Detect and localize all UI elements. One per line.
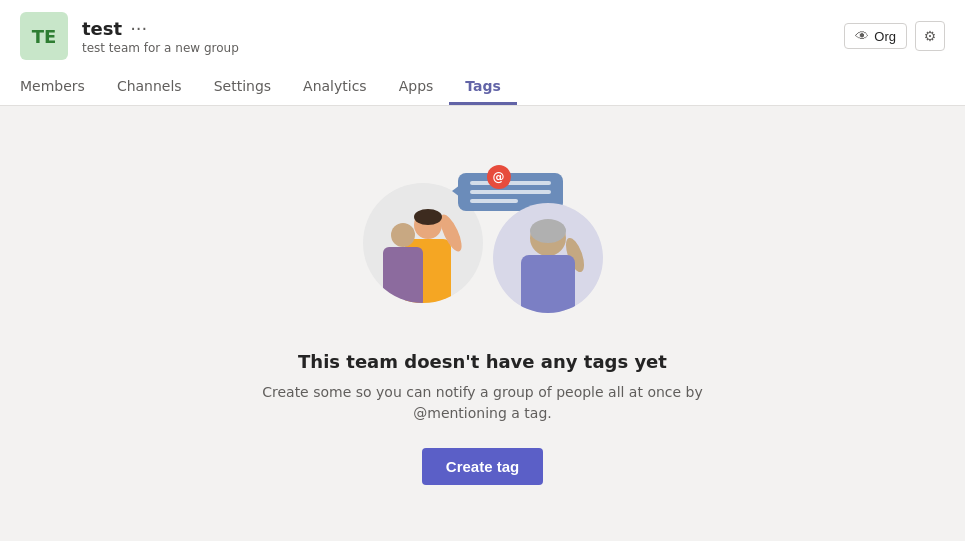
settings-icon: ⚙ — [924, 28, 937, 44]
chat-line-2 — [470, 190, 551, 194]
team-text: test ··· test team for a new group — [82, 18, 239, 55]
settings-button[interactable]: ⚙ — [915, 21, 945, 51]
empty-state-desc: Create some so you can notify a group of… — [243, 382, 723, 424]
app-container: TE test ··· test team for a new group 👁 … — [0, 0, 965, 541]
tab-settings[interactable]: Settings — [198, 70, 287, 105]
eye-icon: 👁 — [855, 28, 869, 44]
org-button[interactable]: 👁 Org — [844, 23, 907, 49]
header-actions: 👁 Org ⚙ — [844, 21, 945, 51]
org-button-label: Org — [874, 29, 896, 44]
header-top: TE test ··· test team for a new group 👁 … — [20, 12, 945, 60]
circle-right — [493, 203, 603, 313]
chat-line-3 — [470, 199, 519, 203]
svg-rect-9 — [521, 255, 575, 313]
team-info: TE test ··· test team for a new group — [20, 12, 239, 60]
tab-members[interactable]: Members — [20, 70, 101, 105]
tab-tags[interactable]: Tags — [449, 70, 517, 105]
main-content: @ This team doesn't have any tags yet Cr… — [0, 106, 965, 541]
tab-channels[interactable]: Channels — [101, 70, 198, 105]
illustration: @ — [363, 163, 603, 323]
nav-tabs: Members Channels Settings Analytics Apps… — [20, 70, 945, 105]
svg-point-7 — [530, 219, 566, 243]
right-figures-svg — [493, 203, 603, 313]
at-badge: @ — [487, 165, 511, 189]
header: TE test ··· test team for a new group 👁 … — [0, 0, 965, 106]
svg-point-5 — [414, 209, 442, 225]
team-description: test team for a new group — [82, 41, 239, 55]
team-name: test — [82, 18, 122, 39]
empty-state-title: This team doesn't have any tags yet — [298, 351, 667, 372]
avatar: TE — [20, 12, 68, 60]
tab-analytics[interactable]: Analytics — [287, 70, 383, 105]
team-name-row: test ··· — [82, 18, 239, 39]
svg-rect-3 — [383, 247, 423, 303]
team-more-button[interactable]: ··· — [130, 18, 147, 39]
svg-point-2 — [391, 223, 415, 247]
create-tag-button[interactable]: Create tag — [422, 448, 543, 485]
tab-apps[interactable]: Apps — [383, 70, 450, 105]
